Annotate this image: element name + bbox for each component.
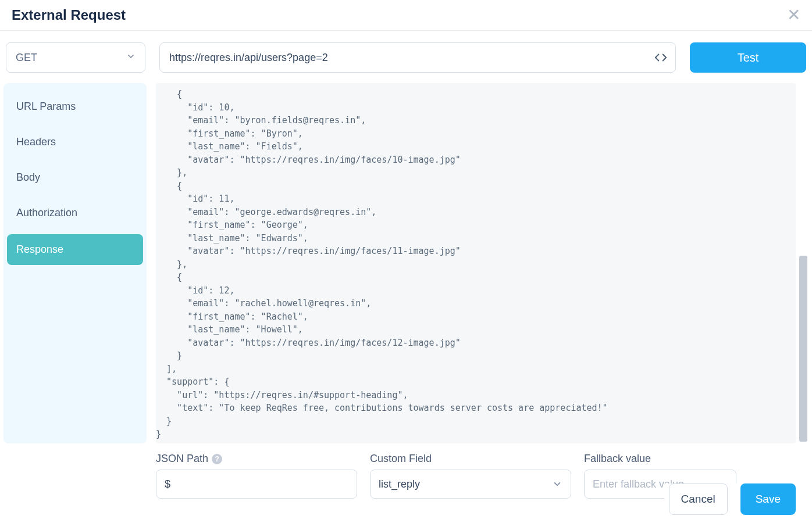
sidebar-item-label: Headers bbox=[16, 136, 56, 148]
sidebar-item-body[interactable]: Body bbox=[3, 160, 147, 195]
scrollbar[interactable] bbox=[798, 87, 807, 447]
response-body[interactable]: { "id": 10, "email": "byron.fields@reqre… bbox=[156, 83, 796, 443]
sidebar-item-label: URL Params bbox=[16, 101, 76, 112]
sidebar-item-authorization[interactable]: Authorization bbox=[3, 195, 147, 231]
url-input-wrapper bbox=[159, 42, 676, 73]
config-sidebar: URL Params Headers Body Authorization Re… bbox=[3, 83, 147, 443]
help-icon[interactable]: ? bbox=[212, 454, 222, 464]
json-path-label: JSON Path ? bbox=[156, 453, 357, 465]
sidebar-item-label: Body bbox=[16, 171, 40, 183]
code-icon[interactable] bbox=[654, 51, 667, 64]
http-method-value: GET bbox=[16, 52, 37, 64]
custom-field-select[interactable]: list_reply bbox=[370, 470, 571, 499]
cancel-button[interactable]: Cancel bbox=[669, 483, 728, 515]
json-path-input[interactable] bbox=[156, 470, 357, 499]
custom-field-value: list_reply bbox=[379, 478, 420, 490]
sidebar-item-label: Response bbox=[16, 243, 63, 255]
sidebar-item-headers[interactable]: Headers bbox=[3, 124, 147, 160]
test-button[interactable]: Test bbox=[690, 42, 806, 73]
fallback-label: Fallback value bbox=[584, 453, 736, 465]
response-panel: { "id": 10, "email": "byron.fields@reqre… bbox=[156, 83, 796, 443]
chevron-down-icon bbox=[126, 52, 136, 63]
dialog-title: External Request bbox=[12, 7, 126, 23]
http-method-select[interactable]: GET bbox=[6, 42, 145, 73]
scrollbar-thumb[interactable] bbox=[799, 256, 807, 442]
sidebar-item-response[interactable]: Response bbox=[7, 234, 143, 265]
sidebar-item-url-params[interactable]: URL Params bbox=[3, 89, 147, 124]
close-icon[interactable]: ✕ bbox=[787, 7, 800, 23]
url-input[interactable] bbox=[160, 43, 675, 72]
save-button[interactable]: Save bbox=[740, 483, 796, 515]
chevron-down-icon bbox=[552, 479, 562, 489]
sidebar-item-label: Authorization bbox=[16, 207, 77, 218]
custom-field-label: Custom Field bbox=[370, 453, 571, 465]
